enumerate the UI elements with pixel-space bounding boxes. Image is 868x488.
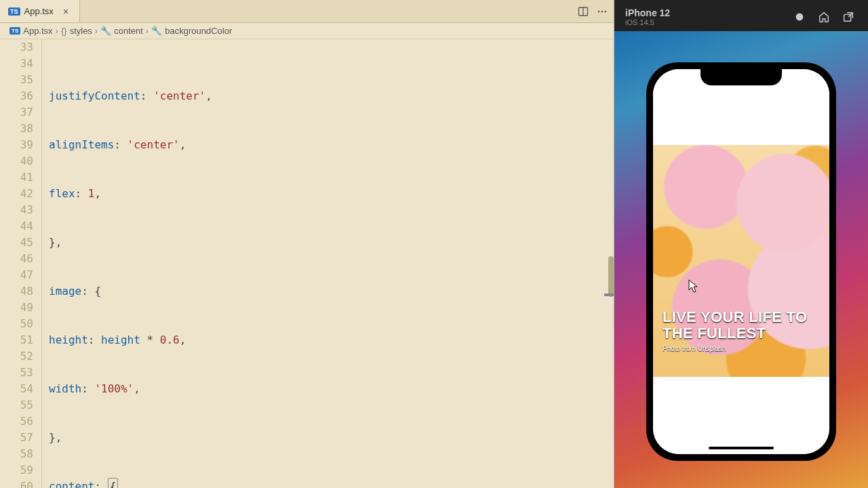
line-number: 38 <box>0 121 33 137</box>
svg-point-5 <box>796 14 804 21</box>
line-number: 44 <box>0 218 33 235</box>
wrench-icon: 🔧 <box>151 26 162 36</box>
line-number: 56 <box>0 413 33 430</box>
line-number: 50 <box>0 316 33 332</box>
editor-tab-bar: TS App.tsx × <box>0 0 614 23</box>
line-number: 33 <box>0 39 33 56</box>
line-number: 54 <box>0 381 33 397</box>
phone-frame: LIVE YOUR LIFE TO THE FULLEST Photo from… <box>646 62 836 461</box>
svg-point-2 <box>598 10 600 12</box>
home-icon[interactable] <box>814 7 834 27</box>
tab-app-tsx[interactable]: TS App.tsx × <box>0 0 80 22</box>
close-icon[interactable]: × <box>63 6 68 17</box>
line-number: 47 <box>0 267 33 283</box>
line-number: 48 <box>0 283 33 300</box>
line-number: 37 <box>0 104 33 121</box>
phone-screen[interactable]: LIVE YOUR LIFE TO THE FULLEST Photo from… <box>653 69 829 454</box>
crumb-content[interactable]: content <box>114 26 143 36</box>
code-scrollbar[interactable] <box>604 39 614 488</box>
line-number: 53 <box>0 365 33 381</box>
breadcrumb[interactable]: TS App.tsx › {} styles › 🔧 content › 🔧 b… <box>0 23 614 39</box>
phone-notch <box>701 69 782 85</box>
line-number: 41 <box>0 169 33 186</box>
line-number: 60 <box>0 479 33 488</box>
line-number: 59 <box>0 462 33 479</box>
open-external-icon[interactable] <box>838 7 859 27</box>
home-indicator[interactable] <box>709 447 774 449</box>
line-number: 51 <box>0 332 33 348</box>
scrollbar-selection-marker <box>604 293 614 296</box>
symbol-icon: {} <box>61 26 67 36</box>
line-number: 45 <box>0 235 33 251</box>
tab-filename: App.tsx <box>24 6 54 16</box>
line-number: 58 <box>0 446 33 462</box>
scrollbar-thumb[interactable] <box>608 256 614 297</box>
line-number: 36 <box>0 88 33 104</box>
line-number-gutter: 3334353637383940414243444546474849505152… <box>0 39 42 488</box>
simulator-device-name: iPhone 12 <box>625 7 785 18</box>
code-area[interactable]: 3334353637383940414243444546474849505152… <box>0 39 614 488</box>
line-number: 39 <box>0 137 33 153</box>
typescript-icon: TS <box>8 7 20 16</box>
line-number: 40 <box>0 153 33 169</box>
code-body[interactable]: justifyContent: 'center', alignItems: 'c… <box>42 39 614 488</box>
line-number: 46 <box>0 251 33 267</box>
simulator-pane: iPhone 12 iOS 14.5 LIVE YOUR L <box>614 0 868 488</box>
app-whitespace-bottom <box>653 377 829 454</box>
line-number: 35 <box>0 72 33 88</box>
code-editor-pane: TS App.tsx × TS App.tsx › {} styles › 🔧 … <box>0 0 614 488</box>
app-image-background: LIVE YOUR LIFE TO THE FULLEST Photo from… <box>653 145 829 377</box>
line-number: 43 <box>0 202 33 218</box>
app-heading-text: LIVE YOUR LIFE TO THE FULLEST <box>663 309 820 342</box>
line-number: 57 <box>0 430 33 446</box>
svg-point-3 <box>601 10 604 12</box>
simulator-body: LIVE YOUR LIFE TO THE FULLEST Photo from… <box>614 31 868 488</box>
typescript-icon: TS <box>9 27 20 35</box>
chevron-right-icon: › <box>95 26 98 36</box>
line-number: 34 <box>0 56 33 72</box>
more-actions-icon[interactable] <box>595 4 610 19</box>
line-number: 49 <box>0 300 33 316</box>
wrench-icon: 🔧 <box>100 26 111 36</box>
simulator-header: iPhone 12 iOS 14.5 <box>614 0 868 31</box>
app-attribution-text: Photo from Unsplash <box>663 345 820 352</box>
line-number: 42 <box>0 186 33 202</box>
chevron-right-icon: › <box>146 26 149 36</box>
crumb-file[interactable]: App.tsx <box>23 26 52 36</box>
chevron-right-icon: › <box>56 26 58 36</box>
line-number: 52 <box>0 348 33 365</box>
svg-point-4 <box>605 10 607 12</box>
split-editor-icon[interactable] <box>576 4 591 19</box>
line-number: 55 <box>0 397 33 413</box>
simulator-os-version: iOS 14.5 <box>625 18 785 26</box>
crumb-backgroundcolor[interactable]: backgroundColor <box>165 26 232 36</box>
record-icon[interactable] <box>789 7 810 27</box>
crumb-styles[interactable]: styles <box>70 26 92 36</box>
